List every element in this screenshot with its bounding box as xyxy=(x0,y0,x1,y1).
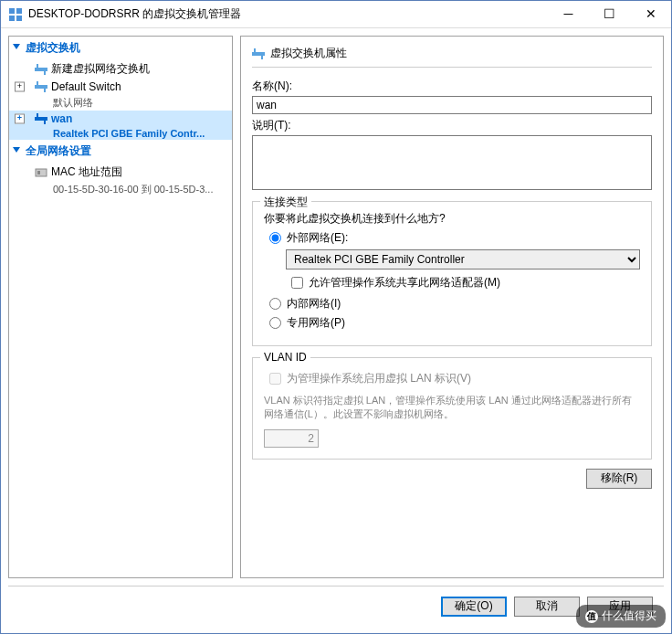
body: 虚拟交换机 新建虚拟网络交换机 Default Switch 默认网络 wan … xyxy=(1,28,671,586)
svg-rect-15 xyxy=(252,52,265,56)
switch-icon xyxy=(35,81,47,92)
tree-mac-range-sub[interactable]: 00-15-5D-30-16-00 到 00-15-5D-3... xyxy=(9,182,232,197)
svg-rect-11 xyxy=(37,113,38,117)
window-title: DESKTOP-DODRSRR 的虚拟交换机管理器 xyxy=(28,6,548,22)
tree-section-global[interactable]: 全局网络设置 xyxy=(9,140,232,163)
svg-rect-5 xyxy=(37,64,38,68)
vlan-enable-checkbox xyxy=(269,373,281,385)
desc-textarea[interactable] xyxy=(252,135,652,190)
minimize-button[interactable]: ─ xyxy=(548,1,589,27)
tree-pane: 虚拟交换机 新建虚拟网络交换机 Default Switch 默认网络 wan … xyxy=(8,36,233,578)
remove-row: 移除(R) xyxy=(252,469,652,489)
svg-rect-2 xyxy=(9,16,15,21)
vlan-group: VLAN ID 为管理操作系统启用虚拟 LAN 标识(V) VLAN 标识符指定… xyxy=(252,357,652,460)
cancel-button[interactable]: 取消 xyxy=(514,597,580,617)
svg-rect-13 xyxy=(36,169,47,176)
window-controls: ─ ☐ ✕ xyxy=(548,1,671,27)
switch-icon xyxy=(35,64,47,75)
tree-section-switches[interactable]: 虚拟交换机 xyxy=(9,37,232,59)
svg-rect-8 xyxy=(37,81,38,85)
desc-label: 说明(T): xyxy=(252,118,652,133)
external-label: 外部网络(E): xyxy=(287,230,348,246)
nic-icon xyxy=(35,167,47,178)
svg-rect-17 xyxy=(261,56,263,59)
name-label: 名称(N): xyxy=(252,79,652,94)
virtual-switch-manager-window: DESKTOP-DODRSRR 的虚拟交换机管理器 ─ ☐ ✕ 虚拟交换机 新建… xyxy=(0,0,672,634)
ok-button[interactable]: 确定(O) xyxy=(441,597,507,617)
private-radio-input[interactable] xyxy=(269,317,281,329)
tree-wan-sub[interactable]: Realtek PCI GBE Family Contr... xyxy=(9,127,232,140)
vlan-enable-row: 为管理操作系统启用虚拟 LAN 标识(V) xyxy=(269,371,640,386)
watermark-text: 什么值得买 xyxy=(602,608,656,624)
vlan-title: VLAN ID xyxy=(260,351,310,364)
tree-label: 新建虚拟网络交换机 xyxy=(51,61,150,77)
svg-rect-4 xyxy=(35,68,47,71)
dialog-footer: 确定(O) 取消 应用 xyxy=(8,586,664,626)
svg-rect-0 xyxy=(9,8,15,14)
svg-rect-7 xyxy=(35,85,47,89)
tree-default-switch[interactable]: Default Switch xyxy=(9,79,232,95)
app-icon xyxy=(8,7,23,22)
tree-new-switch[interactable]: 新建虚拟网络交换机 xyxy=(9,59,232,79)
private-label: 专用网络(P) xyxy=(287,315,345,331)
external-radio-input[interactable] xyxy=(269,232,281,244)
internal-label: 内部网络(I) xyxy=(287,296,341,312)
svg-rect-12 xyxy=(44,121,46,124)
svg-rect-3 xyxy=(16,16,22,21)
tree-label: Default Switch xyxy=(51,80,121,93)
svg-rect-1 xyxy=(16,8,22,14)
connection-question: 你要将此虚拟交换机连接到什么地方? xyxy=(264,211,640,227)
allow-mgmt-checkbox[interactable] xyxy=(291,277,303,289)
tree-default-switch-sub[interactable]: 默认网络 xyxy=(9,95,232,111)
internal-network-radio[interactable]: 内部网络(I) xyxy=(269,296,640,312)
watermark: 值 什么值得买 xyxy=(576,605,666,628)
properties-header: 虚拟交换机属性 xyxy=(252,46,652,68)
allow-mgmt-checkbox-row[interactable]: 允许管理操作系统共享此网络适配器(M) xyxy=(291,275,640,291)
tree-mac-range[interactable]: MAC 地址范围 xyxy=(9,163,232,182)
external-options: Realtek PCI GBE Family Controller 允许管理操作… xyxy=(286,249,640,291)
svg-rect-14 xyxy=(37,171,40,174)
allow-mgmt-label: 允许管理操作系统共享此网络适配器(M) xyxy=(309,275,500,291)
remove-button[interactable]: 移除(R) xyxy=(586,469,652,489)
vlan-enable-label: 为管理操作系统启用虚拟 LAN 标识(V) xyxy=(287,371,471,386)
titlebar: DESKTOP-DODRSRR 的虚拟交换机管理器 ─ ☐ ✕ xyxy=(1,1,671,28)
properties-title: 虚拟交换机属性 xyxy=(270,46,347,61)
vlan-help-text: VLAN 标识符指定虚拟 LAN，管理操作系统使用该 LAN 通过此网络适配器进… xyxy=(264,394,640,422)
vlan-id-input xyxy=(264,429,319,448)
svg-rect-6 xyxy=(44,71,46,75)
switch-icon xyxy=(252,48,265,59)
watermark-icon: 值 xyxy=(585,610,598,623)
switch-icon xyxy=(35,113,47,124)
tree-label: wan xyxy=(51,112,72,125)
tree-label: MAC 地址范围 xyxy=(51,164,122,180)
name-input[interactable] xyxy=(252,96,652,114)
svg-rect-16 xyxy=(254,48,256,52)
svg-rect-9 xyxy=(44,89,46,92)
internal-radio-input[interactable] xyxy=(269,298,281,310)
adapter-select[interactable]: Realtek PCI GBE Family Controller xyxy=(286,249,640,269)
connection-type-group: 连接类型 你要将此虚拟交换机连接到什么地方? 外部网络(E): Realtek … xyxy=(252,201,652,346)
close-button[interactable]: ✕ xyxy=(630,1,671,27)
tree-wan[interactable]: wan xyxy=(9,111,232,127)
connection-type-title: 连接类型 xyxy=(260,195,311,210)
private-network-radio[interactable]: 专用网络(P) xyxy=(269,315,640,331)
maximize-button[interactable]: ☐ xyxy=(589,1,630,27)
external-network-radio[interactable]: 外部网络(E): xyxy=(269,230,640,246)
svg-rect-10 xyxy=(35,117,47,121)
properties-pane: 虚拟交换机属性 名称(N): 说明(T): 连接类型 你要将此虚拟交换机连接到什… xyxy=(240,36,664,578)
